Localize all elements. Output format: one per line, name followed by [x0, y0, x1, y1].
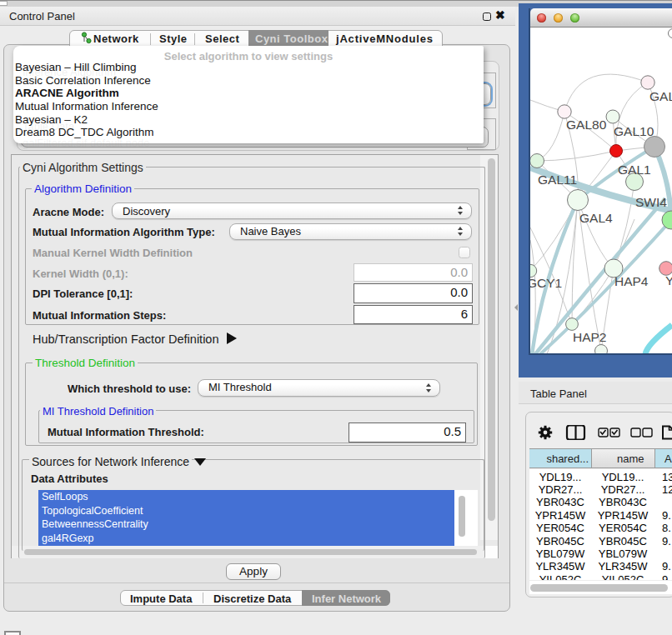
- svg-text:HAP4: HAP4: [614, 274, 649, 288]
- svg-text:Y: Y: [665, 273, 672, 288]
- svg-text:GAL7: GAL7: [649, 89, 672, 103]
- svg-text:GAL4: GAL4: [579, 211, 613, 225]
- svg-text:HAP2: HAP2: [573, 330, 607, 344]
- svg-text:GAL11: GAL11: [538, 172, 577, 187]
- svg-text:GAL80: GAL80: [566, 118, 607, 132]
- svg-text:GCY1: GCY1: [530, 276, 562, 290]
- svg-text:GAL1: GAL1: [618, 162, 651, 177]
- svg-text:GAL10: GAL10: [614, 124, 654, 138]
- svg-text:SWI4: SWI4: [635, 195, 667, 209]
